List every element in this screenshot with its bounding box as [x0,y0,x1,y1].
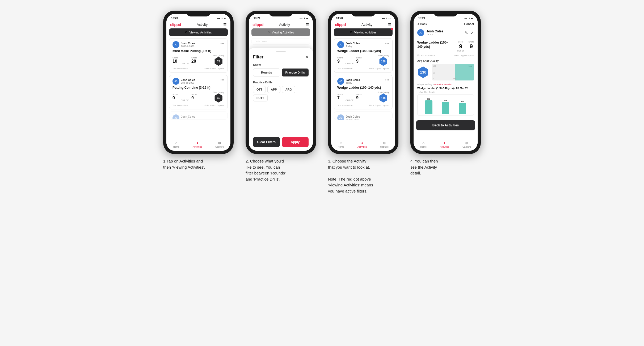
viewing-banner-1[interactable]: ⚙ Viewing Activities [169,28,228,36]
home-icon-1: ⌂ [175,141,177,145]
nav-activities-3[interactable]: ♦ Activities [357,141,367,148]
battery-icon-4: ▪▪ [471,17,473,20]
phone-3-notch [351,11,375,16]
nav-capture-3[interactable]: ⊕ Capture [380,141,389,148]
quality-block-1-1: Shot Quality 75 [213,54,224,66]
back-btn-4[interactable]: < Back [417,22,427,26]
card-footer-3-2: Test Information Data: Clippd Capture [337,104,389,106]
filter-modal-2[interactable]: Filter ✕ Show Rounds Practice Drills Pra… [249,48,313,151]
show-label-2: Show [253,63,309,66]
data-source-4: Data: Clippd Capture [454,54,474,57]
user-date-1-1: 28 Feb 2023 [181,45,195,48]
hamburger-icon-1[interactable]: ☰ [223,23,227,27]
chip-app-2[interactable]: APP [267,86,280,93]
quality-hex-3-2: 118 [379,93,388,102]
capture-icon-4: ⊕ [465,141,468,145]
user-text-3-3: Josh Coles 28 Feb 2023 [346,115,360,120]
app-logo-1: clippd [170,22,181,27]
nav-capture-1[interactable]: ⊕ Capture [215,141,224,148]
edit-icon-4[interactable]: ✎ [465,31,468,35]
nav-home-label-1: Home [173,146,179,148]
activity-card-1-1[interactable]: JC Josh Coles 28 Feb 2023 ••• Must Make … [169,38,228,73]
quality-block-3-1: Shot Quality 130 [377,54,389,66]
chip-arg-2[interactable]: ARG [282,86,295,93]
activity-card-3-1[interactable]: JC Josh Coles Today ••• Wedge Ladder (10… [334,38,393,73]
banner-text-1: Viewing Activities [189,31,212,34]
user-date-1-2: 28 Feb 2023 [181,82,195,84]
phone-3-shell: 13:20 ▪▪▪ ⚬ ▪▪ clippd Activity ☰ ⚙ Vie [328,11,398,154]
caption-4: 4. You can then see the Activity detail. [410,158,481,176]
quality-label-3-2: Shot Quality [377,91,389,93]
banner-text-2: Viewing Activities [272,31,294,34]
signal-icon-2: ▪▪▪ [300,17,302,20]
user-text-1-2: Josh Coles 28 Feb 2023 [181,79,195,84]
app-title-3: Activity [361,23,372,27]
info-right-3-2: Data: Clippd Capture [369,104,389,106]
dots-menu-1-1[interactable]: ••• [220,41,224,45]
status-icons-1: ▪▪▪ ⚬ ▪▪ [217,17,226,20]
nav-capture-4[interactable]: ⊕ Capture [462,141,471,148]
user-info-1-3: JC Josh Coles 28 Feb 2023 [172,114,195,119]
scroll-area-1: JC Josh Coles 28 Feb 2023 ••• Must Make … [166,38,230,139]
activity-title-text-4: Wedge Ladder (100–140 yds) [417,41,448,49]
user-name-1-3: Josh Coles [181,115,195,118]
info-right-3-1: Data: Clippd Capture [369,67,389,70]
user-text-4: Josh Coles Today [426,29,443,36]
chip-putt-2[interactable]: PUTT [253,95,268,101]
filter-tab-drills-2[interactable]: Practice Drills [282,69,309,76]
user-text-3-2: Josh Coles Today [346,79,360,84]
viewing-banner-3[interactable]: ⚙ Viewing Activities [334,28,393,36]
bar-chart-4: 132 129 124 [417,94,474,116]
activity-card-3-2[interactable]: JC Josh Coles Today ••• Wedge Ladder (10… [334,75,393,109]
nav-activities-4[interactable]: ♦ Activities [440,141,449,148]
nav-home-label-4: Home [420,146,427,148]
viewing-banner-2[interactable]: ⚙ Viewing Activities [251,28,310,36]
home-icon-3: ⌂ [340,141,342,145]
bars-container-4: 132 129 124 [419,96,472,114]
quality-block-1-2: Shot Quality 45 [213,91,224,102]
nav-home-1[interactable]: ⌂ Home [173,141,179,148]
clear-filters-btn-2[interactable]: Clear Filters [253,137,280,147]
red-dot-3 [391,28,393,30]
dots-menu-3-1[interactable]: ••• [385,41,389,45]
activity-card-3-3: JC Josh Coles 28 Feb 2023 [334,112,393,120]
nav-home-4[interactable]: ⌂ Home [420,141,427,148]
bar-val-1-4: 132 [427,98,430,100]
detail-activity-title-4: Wedge Ladder (100–140 yds) [417,41,448,49]
avg-shot-quality-trend-4: ··· Avg Shot Quality [417,91,474,93]
caption-2: 2. Choose what you'd like to see. You ca… [246,158,316,182]
expand-icon-4[interactable]: ⤢ [471,31,474,35]
shots-val-4: 9 [469,43,474,50]
chip-ott-2[interactable]: OTT [253,86,266,93]
drill-chips-2: OTT APP ARG PUTT [253,86,309,101]
user-name-3-1: Josh Coles [346,42,360,45]
card-header-3-3: JC Josh Coles 28 Feb 2023 [337,114,389,120]
close-icon-2[interactable]: ✕ [305,54,309,59]
hamburger-icon-3[interactable]: ☰ [388,23,392,27]
cancel-btn-4[interactable]: Cancel [464,22,474,26]
dots-menu-1-2[interactable]: ••• [220,78,224,82]
filter-tab-rounds-2[interactable]: Rounds [253,69,280,76]
mini-chart-4: 130 100 50 0 APP [432,64,474,80]
test-info-4: Test Information [420,54,435,57]
activity-card-1-2[interactable]: JC Josh Coles 28 Feb 2023 ••• Putting Co… [169,75,228,109]
phone-2-shell: 13:21 ▪▪▪ ⚬ ▪▪ clippd Activity ☰ ⚙ Vie [246,11,316,154]
score-value-1-1: 10 [172,59,178,64]
card-title-3-2: Wedge Ladder (100–140 yds) [337,86,389,89]
apply-btn-2[interactable]: Apply [282,137,309,147]
back-activities-btn-4[interactable]: Back to Activities [416,120,475,130]
detail-user-date-4: Today [426,33,443,36]
chart-bar-4 [455,64,474,80]
stats-row-3-2: Score 7 OUT OF Shots 9 Shot Quality 118 [337,91,389,102]
user-name-3-3: Josh Coles [346,115,360,118]
hamburger-icon-2[interactable]: ☰ [306,23,309,27]
nav-home-3[interactable]: ⌂ Home [338,141,344,148]
filter-header-2: Filter ✕ [253,54,309,59]
nav-activities-1[interactable]: ♦ Activities [193,141,202,148]
nav-activities-label-3: Activities [357,146,367,148]
score-col-label-4: Score [457,41,464,43]
settings-icon-3: ⚙ [350,31,352,34]
wifi-icon-4: ⚬ [468,17,470,20]
card-title-1-1: Must Make Putting (3-6 ft) [172,49,224,53]
dots-menu-3-2[interactable]: ••• [385,78,389,82]
